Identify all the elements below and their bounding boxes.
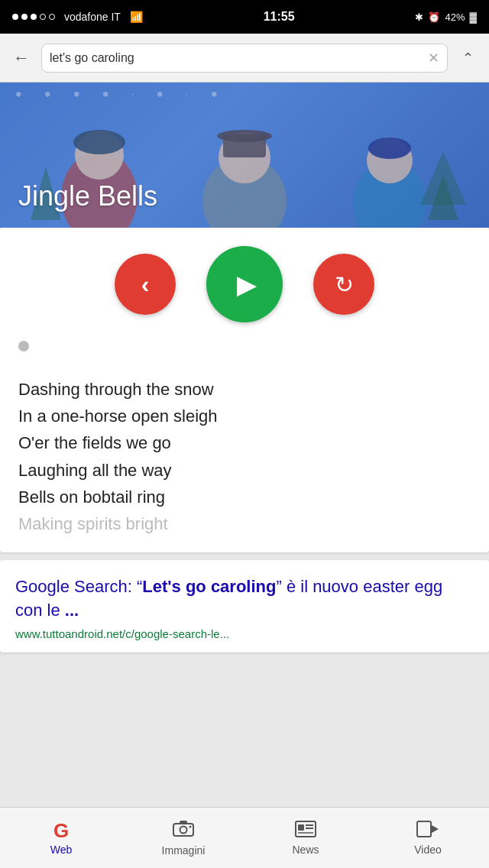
wifi-icon: 📶 (130, 11, 143, 23)
nav-label-web: Web (50, 844, 73, 856)
bottom-spacer (0, 660, 489, 729)
carrier-label: vodafone IT (64, 11, 121, 23)
clear-button[interactable]: ✕ (428, 50, 439, 66)
time-display: 11:55 (264, 10, 295, 24)
lyrics-section: Dashing through the snow In a one-horse … (0, 376, 489, 537)
svg-point-6 (217, 130, 272, 142)
player-card: ‹ ▶ ↻ Dashing through the snow In a one-… (0, 228, 489, 552)
status-bar: vodafone IT 📶 11:55 ✱ ⏰ 42% ▓ (0, 0, 489, 34)
refresh-button[interactable]: ↻ (313, 254, 374, 315)
play-icon: ▶ (237, 269, 257, 300)
result-url: www.tuttoandroid.net/c/google-search-le.… (15, 627, 474, 640)
nav-item-video[interactable]: Video (367, 808, 489, 868)
progress-dot (18, 341, 29, 351)
bottom-nav: G Web Immagini News (0, 807, 489, 868)
lyric-line-6: Making spirits bright (18, 510, 471, 537)
google-g-icon: G (53, 821, 69, 840)
prev-icon: ‹ (141, 270, 150, 299)
nav-item-web[interactable]: G Web (0, 808, 122, 868)
svg-point-9 (368, 138, 411, 159)
svg-point-2 (73, 130, 125, 154)
up-button[interactable]: ⌃ (454, 44, 481, 72)
svg-marker-23 (432, 825, 439, 833)
player-controls: ‹ ▶ ↻ (0, 246, 489, 322)
nav-item-images[interactable]: Immagini (122, 808, 244, 868)
lyric-line-3: O'er the fields we go (18, 429, 471, 456)
battery-label: 42% (445, 11, 465, 23)
battery-area: ✱ ⏰ 42% ▓ (415, 11, 477, 23)
back-button[interactable]: ← (8, 44, 35, 72)
signal-dot-2 (21, 14, 28, 20)
signal-area: vodafone IT 📶 (12, 11, 143, 23)
camera-icon (173, 820, 194, 841)
video-icon (416, 821, 439, 840)
address-text: let's go caroling (50, 51, 134, 65)
nav-label-news: News (292, 844, 319, 856)
prev-button[interactable]: ‹ (115, 254, 176, 315)
address-bar: ← let's go caroling ✕ ⌃ (0, 34, 489, 83)
signal-dot-1 (12, 14, 18, 20)
svg-marker-11 (420, 151, 466, 205)
hero-section: ❄ ❄ ❄ ❄ · ❄ · ❄ (0, 83, 489, 228)
svg-rect-15 (180, 821, 187, 824)
nav-item-news[interactable]: News (244, 808, 367, 868)
signal-dot-4 (40, 14, 46, 20)
svg-rect-22 (417, 821, 431, 837)
nav-label-video: Video (414, 844, 442, 856)
play-button[interactable]: ▶ (206, 246, 283, 322)
battery-icon: ▓ (470, 11, 477, 23)
svg-rect-13 (173, 824, 193, 836)
lyric-line-1: Dashing through the snow (18, 376, 471, 403)
loading-icon: ✱ (415, 11, 423, 23)
result-ellipsis: ... (65, 601, 79, 620)
signal-dot-3 (31, 14, 37, 20)
nav-label-images: Immagini (162, 844, 206, 857)
refresh-icon: ↻ (335, 271, 354, 298)
lyric-line-2: In a one-horse open sleigh (18, 403, 471, 429)
search-result-card[interactable]: Google Search: “Let's go caroling” è il … (0, 560, 489, 653)
result-title-bold: Let's go caroling (142, 577, 276, 596)
progress-area (0, 341, 489, 376)
signal-dot-5 (49, 14, 55, 20)
svg-point-14 (180, 826, 187, 833)
svg-point-16 (189, 825, 192, 828)
svg-rect-18 (298, 824, 304, 831)
lyric-line-5: Bells on bobtail ring (18, 484, 471, 510)
lyric-line-4: Laughing all the way (18, 457, 471, 484)
news-icon (295, 821, 316, 840)
alarm-icon: ⏰ (428, 11, 440, 23)
address-input-wrapper[interactable]: let's go caroling ✕ (41, 44, 448, 73)
result-title: Google Search: “Let's go caroling” è il … (15, 575, 474, 623)
content-area: ❄ ❄ ❄ ❄ · ❄ · ❄ (0, 83, 489, 729)
song-title: Jingle Bells (18, 180, 157, 212)
